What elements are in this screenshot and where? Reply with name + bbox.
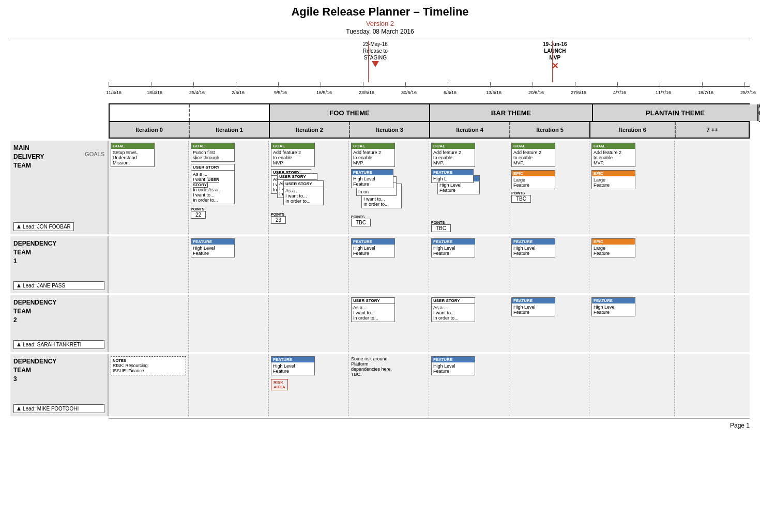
iter-cell-5: Iteration 5 <box>510 122 590 138</box>
iter-cell-plus: 7 ++ <box>676 122 749 138</box>
main-col0-goal: GOAL Setup Envs.UnderstandMission. <box>111 143 155 167</box>
team-row-dep2: DEPENDENCYTEAM2 ♟ Lead: SARAH TANKRETI U… <box>10 295 750 352</box>
team-row-dep1: DEPENDENCYTEAM1 ♟ Lead: JANE PASS FEATUR… <box>10 236 750 293</box>
main-col4-items: FEATURE High L FEATURE High LevelFeature <box>431 169 507 205</box>
main-col2-stories: USER STORY As aI waIn o USER STORY As aI… <box>271 169 346 210</box>
team-label-dep2: DEPENDENCYTEAM2 ♟ Lead: SARAH TANKRETI <box>10 295 109 352</box>
dep3-col-1 <box>189 354 269 416</box>
team-row-dep3: DEPENDENCYTEAM3 ♟ Lead: MIKE FOOTOOHI NO… <box>10 354 750 416</box>
dep1-col-4: FEATURE High LevelFeature <box>429 236 509 293</box>
main-col2-points: POINTS 23 <box>271 212 346 224</box>
iteration-row: Iteration 0 Iteration 1 Iteration 2 Iter… <box>109 122 750 139</box>
header-divider <box>10 38 750 38</box>
milestone-mvp: 19-Jun-16LAUNCHMVP ✕ <box>543 41 567 71</box>
dep2-col-2 <box>269 295 349 352</box>
main-col-7 <box>675 141 750 234</box>
date-label-9: 13/6/16 <box>486 90 501 95</box>
milestone-staging: 23-May-16Release toSTAGING <box>363 41 388 67</box>
main-col2-us3: USER STORY As a ...I want to...In order … <box>283 180 324 205</box>
main-col3-feat: FEATURE High LevelFeature <box>351 169 393 188</box>
main-col5-epic: EPIC LargeFeature <box>511 170 587 189</box>
date-label-14: 18/7/16 <box>698 90 713 95</box>
team-name-dep1: DEPENDENCYTEAM1 <box>13 239 104 265</box>
team-name-dep2: DEPENDENCYTEAM2 <box>13 298 104 324</box>
dep3-col-0: NOTES RISK: Resourcing.ISSUE: Finance. <box>109 354 189 416</box>
date-label-11: 27/6/16 <box>571 90 586 95</box>
iter-cell-1: Iteration 1 <box>190 122 270 138</box>
team-lead-dep1: ♟ Lead: JANE PASS <box>13 281 104 290</box>
main-col3-points: POINTS TBC <box>351 215 427 226</box>
timeline-line <box>109 86 750 87</box>
lead-icon-dep1: ♟ <box>17 283 21 288</box>
dep3-risk-label: RISKAREA <box>271 379 288 390</box>
dep1-col-3: FEATURE High LevelFeature <box>349 236 429 293</box>
dep3-risk-text: Some risk aroundPlatformdependencies her… <box>351 356 427 377</box>
iter-cell-4: Iteration 4 <box>430 122 510 138</box>
dep1-col-0 <box>109 236 189 293</box>
dep3-col-5 <box>509 354 589 416</box>
dep1-col-1: FEATURE High LevelFeature <box>189 236 269 293</box>
date-label-15: 25/7/16 <box>740 90 756 95</box>
milestone-mvp-label: 19-Jun-16LAUNCHMVP <box>543 41 567 61</box>
iter-cell-0: Iteration 0 <box>110 122 190 138</box>
theme-cell-iteration0 <box>110 104 190 121</box>
dep3-col-7 <box>675 354 750 416</box>
date-label-7: 30/5/16 <box>401 90 417 95</box>
dep1-col-5: FEATURE High LevelFeature <box>509 236 589 293</box>
iter-cell-3: Iteration 3 <box>350 122 430 138</box>
notes-text: RISK: Resourcing.ISSUE: Finance. <box>113 363 184 373</box>
main-col-1: GOAL Punch firstslice through. USER STOR… <box>189 141 269 234</box>
date-label-10: 20/6/16 <box>528 90 544 95</box>
main-col-0: GOAL Setup Envs.UnderstandMission. <box>109 141 189 234</box>
date-label-5: 16/5/16 <box>316 90 332 95</box>
iter-cell-6: Iteration 6 <box>590 122 676 138</box>
date-label-13: 11/7/16 <box>656 90 671 95</box>
lead-name-main: Lead: JON FOOBAR <box>23 224 71 230</box>
theme-row: FOO THEME BAR THEME PLANTAIN THEME And o… <box>109 103 750 122</box>
milestone-staging-arrow <box>372 61 379 67</box>
main-col4-goal: GOAL Add feature 2to enableMVP. <box>431 143 475 167</box>
main-col3-goal: GOAL Add feature 2to enableMVP. <box>351 143 395 167</box>
goals-label-main: GOALS <box>85 151 104 157</box>
dep3-notes: NOTES RISK: Resourcing.ISSUE: Finance. <box>111 356 186 375</box>
page-version: Version 2 <box>10 20 750 27</box>
page-title: Agile Release Planner – Timeline <box>10 5 750 19</box>
main-col-2: GOAL Add feature 2to enableMVP. USER STO… <box>269 141 349 234</box>
milestone-area: 23-May-16Release toSTAGING 19-Jun-16LAUN… <box>109 41 750 82</box>
team-lead-dep3: ♟ Lead: MIKE FOOTOOHI <box>13 404 104 413</box>
lead-icon-main: ♟ <box>17 224 21 230</box>
milestone-staging-label: 23-May-16Release toSTAGING <box>363 41 388 61</box>
main-col1-us1: USER STORY As a ...I want USER STORYIn o… <box>191 164 235 204</box>
milestone-mvp-x: ✕ <box>543 61 567 71</box>
dep1-col-6: EPIC LargeFeature <box>589 236 675 293</box>
lead-icon-dep3: ♟ <box>17 406 21 412</box>
theme-cell-foo: FOO THEME <box>270 104 430 121</box>
dep2-col-1 <box>189 295 269 352</box>
page: Agile Release Planner – Timeline Version… <box>0 0 760 532</box>
dep3-col-2: FEATURE High LevelFeature RISKAREA <box>269 354 349 416</box>
date-label-8: 6/6/16 <box>444 90 457 95</box>
dep3-col-6 <box>589 354 675 416</box>
dep3-col-3: Some risk aroundPlatformdependencies her… <box>349 354 429 416</box>
bottom-divider <box>109 418 750 419</box>
main-col2-goal: GOAL Add feature 2to enableMVP. <box>271 143 315 167</box>
dep2-col-6: FEATURE High LevelFeature <box>589 295 675 352</box>
date-label-12: 4/7/16 <box>613 90 626 95</box>
theme-cell-iteration1 <box>190 104 270 121</box>
page-number: Page 1 <box>10 422 750 429</box>
theme-cell-plantain: PLANTAIN THEME <box>593 104 758 121</box>
lead-name-dep3: Lead: MIKE FOOTOOHI <box>23 406 79 412</box>
main-col-6: GOAL Add feature 2to enableMVP. EPIC Lar… <box>589 141 675 234</box>
date-label-1: 18/4/16 <box>147 90 162 95</box>
iter-cell-2: Iteration 2 <box>270 122 350 138</box>
team-row-main: MAINDELIVERYTEAM GOALS ♟ Lead: JON FOOBA… <box>10 141 750 234</box>
date-label-3: 2/5/16 <box>232 90 245 95</box>
date-label-4: 9/5/16 <box>274 90 287 95</box>
team-lead-dep2: ♟ Lead: SARAH TANKRETI <box>13 340 104 349</box>
dep1-col-7 <box>675 236 750 293</box>
lead-icon-dep2: ♟ <box>17 342 21 347</box>
dep2-col-3: USER STORY As a ...I want to...In order … <box>349 295 429 352</box>
main-col-3: GOAL Add feature 2to enableMVP. FEATURE … <box>349 141 429 234</box>
dep3-col-4: FEATURE High LevelFeature <box>429 354 509 416</box>
date-label-0: 11/4/16 <box>106 90 121 95</box>
